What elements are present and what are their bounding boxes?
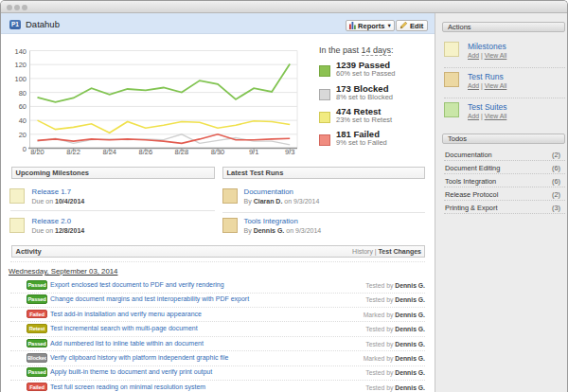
svg-text:100: 100: [14, 75, 27, 83]
svg-text:140: 140: [14, 47, 27, 56]
svg-text:0: 0: [23, 145, 27, 153]
svg-text:60: 60: [19, 102, 27, 111]
svg-text:120: 120: [14, 61, 27, 69]
svg-text:40: 40: [19, 116, 27, 125]
svg-text:80: 80: [19, 89, 27, 98]
svg-text:20: 20: [19, 131, 27, 139]
